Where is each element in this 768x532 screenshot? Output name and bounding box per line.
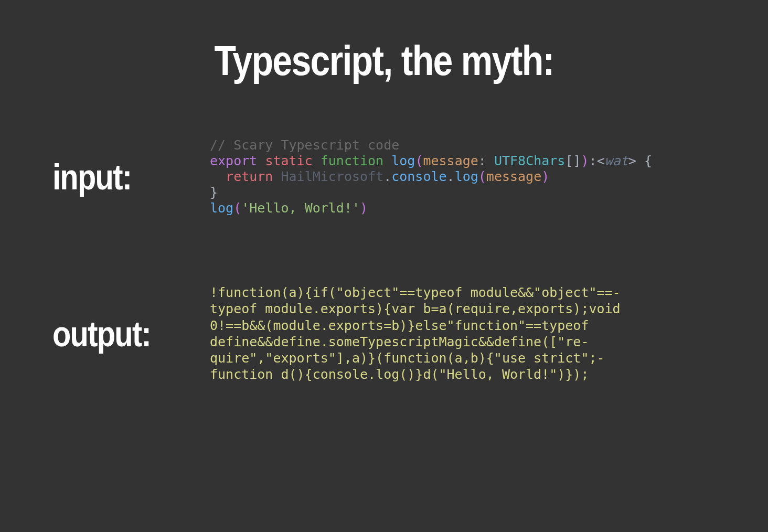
close-brace: } bbox=[210, 185, 218, 200]
output-section: output: !function(a){if("object"==typeof… bbox=[52, 284, 716, 383]
hail-microsoft: HailMicrosoft bbox=[281, 169, 383, 184]
page-title: Typescript, the myth: bbox=[102, 37, 666, 85]
param-name: message bbox=[423, 153, 478, 168]
type-name: UTF8Chars bbox=[494, 153, 565, 168]
output-line: 0!==b&&(module.exports=b)}else"function"… bbox=[210, 318, 589, 333]
input-section: input: // Scary Typescript code export s… bbox=[52, 137, 716, 216]
gt: > bbox=[628, 153, 636, 168]
log-call: log bbox=[210, 200, 233, 216]
output-line: !function(a){if("object"==typeof module&… bbox=[210, 285, 621, 300]
keyword-return: return bbox=[226, 169, 273, 184]
paren: ) bbox=[581, 153, 589, 168]
paren: ( bbox=[233, 200, 241, 216]
paren: ) bbox=[360, 200, 368, 216]
keyword-export: export bbox=[210, 153, 257, 168]
function-name: log bbox=[391, 153, 415, 168]
output-line: function d(){console.log()}d("Hello, Wor… bbox=[210, 367, 589, 382]
string-literal: 'Hello, World!' bbox=[241, 200, 360, 216]
output-line: quire","exports"],a)}(function(a,b){"use… bbox=[210, 350, 605, 366]
dot: . bbox=[383, 169, 391, 184]
keyword-function: function bbox=[321, 153, 383, 168]
brackets: [] bbox=[565, 153, 581, 168]
type-wat: wat bbox=[605, 153, 628, 168]
input-label: input: bbox=[52, 156, 186, 197]
code-comment: // Scary Typescript code bbox=[210, 137, 399, 153]
dot: . bbox=[447, 169, 455, 184]
paren: ( bbox=[415, 153, 423, 168]
input-code: // Scary Typescript code export static f… bbox=[210, 137, 652, 216]
indent bbox=[210, 169, 226, 184]
param-ref: message bbox=[486, 169, 541, 184]
brace: { bbox=[636, 153, 652, 168]
output-code: !function(a){if("object"==typeof module&… bbox=[210, 284, 621, 383]
keyword-static: static bbox=[265, 153, 312, 168]
lt: < bbox=[597, 153, 605, 168]
log-call: log bbox=[455, 169, 478, 184]
output-line: typeof module.exports){var b=a(require,e… bbox=[210, 301, 621, 316]
output-label: output: bbox=[52, 313, 186, 354]
colon: : bbox=[589, 153, 597, 168]
paren: ( bbox=[478, 169, 486, 184]
output-line: define&&define.someTypescriptMagic&&defi… bbox=[210, 334, 589, 349]
paren: ) bbox=[541, 169, 549, 184]
colon: : bbox=[478, 153, 494, 168]
console: console bbox=[391, 169, 446, 184]
